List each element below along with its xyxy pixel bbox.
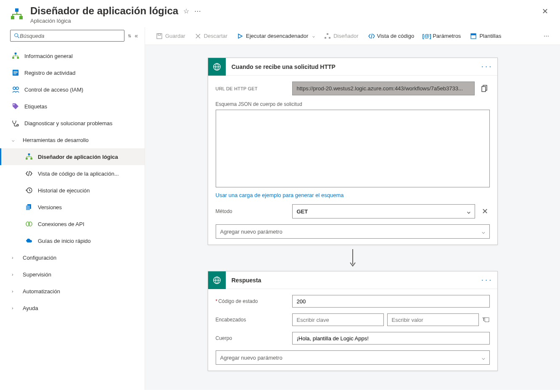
nav-api-connections[interactable]: Conexiones de API [0, 216, 145, 232]
url-label: URL DE HTTP GET [216, 86, 287, 91]
expand-collapse-icon[interactable]: ⇅ [128, 34, 131, 38]
response-icon [208, 271, 226, 289]
chevron-down-icon: ⌵ [312, 34, 315, 38]
nav-iam[interactable]: Control de acceso (IAM) [0, 81, 145, 98]
nav-run-history[interactable]: Historial de ejecución [0, 182, 145, 199]
chevron-right-icon: › [12, 272, 18, 277]
parameters-icon: [@] [423, 33, 430, 39]
toolbar-more-icon[interactable]: ⋯ [539, 30, 553, 42]
svg-rect-7 [17, 57, 19, 59]
insert-text-icon[interactable]: T [482, 316, 490, 324]
activity-log-icon [12, 69, 19, 76]
body-input[interactable] [292, 332, 490, 345]
status-code-input[interactable] [292, 295, 490, 308]
discard-icon [195, 33, 201, 39]
svg-rect-27 [325, 37, 326, 39]
svg-rect-11 [13, 74, 16, 74]
nav-code-view[interactable]: Vista de código de la aplicación... [0, 165, 145, 182]
svg-point-23 [29, 222, 32, 226]
page-title: Diseñador de aplicación lógica [30, 5, 178, 17]
svg-rect-28 [329, 37, 330, 39]
svg-point-3 [15, 34, 18, 37]
templates-button[interactable]: Plantillas [466, 30, 505, 42]
api-connections-icon [25, 220, 33, 228]
svg-rect-5 [15, 53, 17, 55]
chevron-right-icon: › [12, 255, 18, 260]
schema-textarea[interactable] [216, 110, 490, 187]
svg-rect-30 [471, 34, 476, 35]
svg-point-14 [13, 104, 15, 105]
main-area: Guardar Descartar Ejecutar desencadenado… [145, 27, 560, 390]
favorite-star-icon[interactable]: ☆ [183, 7, 189, 15]
header-more-icon[interactable]: ⋯ [194, 7, 201, 15]
nav-diagnose[interactable]: Diagnosticar y solucionar problemas [0, 115, 145, 132]
svg-rect-21 [26, 205, 30, 210]
designer-button[interactable]: Diseñador [320, 30, 362, 42]
quickstart-icon [25, 237, 33, 245]
header-key-input[interactable] [292, 313, 384, 326]
header-value-input[interactable] [387, 313, 479, 326]
response-card[interactable]: Respuesta · · · *Código de estado Encabe… [208, 271, 498, 371]
page-subtitle: Aplicación lógica [30, 18, 539, 24]
body-label: Cuerpo [216, 335, 287, 341]
nav-designer[interactable]: Diseñador de aplicación lógica [0, 148, 145, 165]
nav-tags[interactable]: Etiquetas [0, 98, 145, 115]
run-trigger-button[interactable]: Ejecutar desencadenador⌵ [232, 30, 319, 42]
svg-text:T: T [482, 317, 485, 322]
remove-method-button[interactable]: ✕ [480, 207, 490, 216]
sample-payload-link[interactable]: Usar una carga de ejemplo para generar e… [216, 192, 344, 198]
search-icon [14, 33, 20, 39]
codeview-button[interactable]: Vista de código [364, 30, 419, 42]
nav-automation[interactable]: ›Automatización [0, 283, 145, 300]
versions-icon [25, 203, 33, 211]
trigger-card[interactable]: Cuando se recibe una solicitud HTTP · · … [208, 58, 498, 245]
discard-button[interactable]: Descartar [190, 30, 232, 42]
nav-activity-log[interactable]: Registro de actividad [0, 64, 145, 81]
nav-overview[interactable]: Información general [0, 47, 145, 64]
add-parameter-select[interactable]: Agregar nuevo parámetro⌵ [216, 224, 490, 239]
chevron-down-icon: ⌵ [482, 355, 485, 361]
nav-devtools[interactable]: ⌵Herramientas de desarrollo [0, 132, 145, 148]
history-icon [25, 187, 33, 194]
svg-point-13 [16, 87, 18, 89]
save-button[interactable]: Guardar [152, 30, 190, 42]
svg-rect-9 [13, 71, 18, 72]
svg-rect-16 [28, 153, 30, 155]
card-more-icon[interactable]: · · · [475, 277, 497, 283]
http-trigger-icon [208, 58, 226, 76]
chevron-down-icon: ⌵ [482, 229, 485, 235]
close-button[interactable]: ✕ [539, 5, 552, 18]
toolbar: Guardar Descartar Ejecutar desencadenado… [145, 27, 560, 45]
svg-point-12 [13, 87, 16, 89]
url-value[interactable]: https://prod-20.westus2.logic.azure.com:… [292, 82, 475, 95]
svg-rect-35 [482, 87, 486, 92]
add-parameter-select[interactable]: Agregar nuevo parámetro⌵ [216, 350, 490, 365]
play-icon [237, 33, 243, 39]
iam-icon [12, 86, 19, 93]
chevron-down-icon: ⌵ [12, 137, 18, 143]
chevron-right-icon: › [12, 305, 18, 310]
search-box[interactable] [10, 30, 124, 42]
svg-point-15 [17, 124, 18, 126]
schema-label: Esquema JSON de cuerpo de solicitud [216, 101, 490, 107]
collapse-sidebar-icon[interactable]: « [135, 32, 138, 39]
svg-rect-10 [13, 72, 18, 73]
status-code-label: *Código de estado [216, 298, 287, 304]
headers-label: Encabezados [216, 317, 287, 323]
method-select[interactable]: GET⌵ [292, 204, 475, 218]
nav-quickstart[interactable]: Guías de inicio rápido [0, 232, 145, 249]
overview-icon [12, 52, 19, 60]
nav-configuration[interactable]: ›Configuración [0, 249, 145, 266]
svg-rect-25 [158, 34, 161, 35]
svg-rect-1 [11, 16, 14, 19]
method-label: Método [216, 208, 287, 214]
nav-help[interactable]: ›Ayuda [0, 300, 145, 316]
copy-url-button[interactable] [480, 84, 490, 94]
card-more-icon[interactable]: · · · [475, 63, 497, 70]
parameters-button[interactable]: [@]Parámetros [419, 30, 465, 42]
trigger-title: Cuando se recibe una solicitud HTTP [226, 63, 476, 70]
svg-rect-26 [327, 33, 328, 35]
nav-supervision[interactable]: ›Supervisión [0, 266, 145, 283]
nav-versions[interactable]: Versiones [0, 199, 145, 216]
search-input[interactable] [20, 33, 121, 39]
